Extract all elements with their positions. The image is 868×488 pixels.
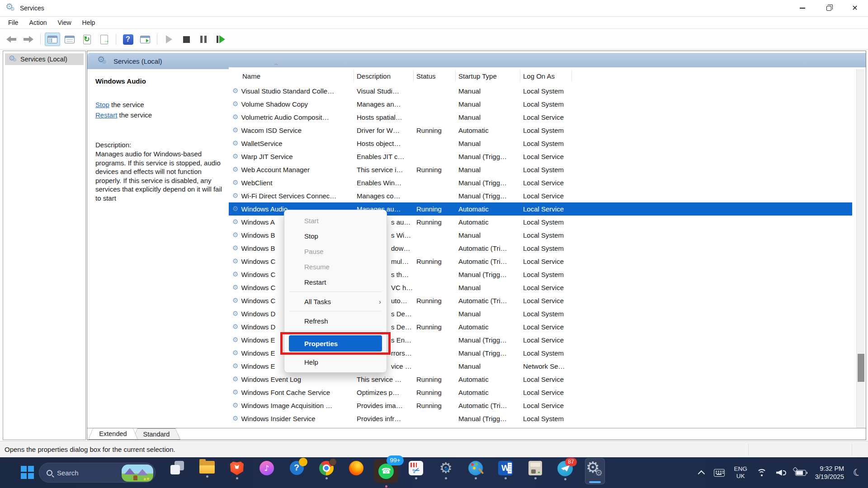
taskbar-icon-get-help[interactable]: ? <box>287 458 307 479</box>
menu-action[interactable]: Action <box>24 18 52 28</box>
service-logon-cell: Local System <box>520 349 572 357</box>
service-row[interactable]: ⚙Windows Font Cache ServiceOptimizes p…R… <box>229 386 852 399</box>
service-name: Windows D <box>241 310 275 318</box>
taskbar-icon-brave[interactable] <box>227 458 247 479</box>
start-service-button[interactable] <box>161 33 177 46</box>
restart-service-link[interactable]: Restart <box>95 111 117 119</box>
service-row[interactable]: ⚙WebClientEnables Win…Manual (Trigg…Loca… <box>229 176 852 189</box>
service-row[interactable]: ⚙Windows Insider ServiceProvides infr…Ma… <box>229 412 852 425</box>
taskbar-icon-word[interactable]: W <box>495 458 515 479</box>
menu-file[interactable]: File <box>3 18 24 28</box>
context-menu-item-properties[interactable]: Properties <box>289 335 382 352</box>
service-row[interactable]: ⚙Wi-Fi Direct Services Connec…Manages co… <box>229 189 852 202</box>
taskbar-icon-paint[interactable] <box>466 458 486 479</box>
stop-service-link[interactable]: Stop <box>95 101 109 108</box>
clock[interactable]: 9:32 PM3/19/2025 <box>815 465 844 481</box>
service-row[interactable]: ⚙WalletServiceHosts object…ManualLocal S… <box>229 137 852 150</box>
pause-service-button[interactable] <box>196 33 211 46</box>
taskbar-icons: ♪?☎99+✂⚙W87⚙⚙ <box>167 458 605 488</box>
close-button[interactable]: ✕ <box>842 0 868 16</box>
service-gear-icon: ⚙ <box>232 232 238 239</box>
properties-button[interactable] <box>62 33 77 46</box>
service-gear-icon: ⚙ <box>232 219 238 225</box>
show-action-pane-button[interactable] <box>137 33 153 46</box>
taskbar-icon-chrome[interactable] <box>316 458 336 479</box>
taskbar-icon-itunes[interactable]: ♪ <box>257 458 277 479</box>
service-row[interactable]: ⚙Volumetric Audio Composit…Hosts spatial… <box>229 111 852 124</box>
vertical-scrollbar[interactable] <box>856 69 865 435</box>
service-row[interactable]: ⚙Visual Studio Standard Colle…Visual Stu… <box>229 84 852 98</box>
minimize-button[interactable] <box>789 0 816 16</box>
tray-overflow-chevron-icon[interactable] <box>698 470 705 477</box>
wifi-icon[interactable] <box>756 469 767 477</box>
taskbar-icon-whatsapp[interactable]: ☎99+ <box>376 458 396 488</box>
service-row[interactable]: ⚙Web Account ManagerThis service i…Runni… <box>229 163 852 176</box>
menu-view[interactable]: View <box>52 18 76 28</box>
running-app-dot <box>206 475 208 478</box>
search-box[interactable]: Search <box>39 463 156 483</box>
volume-icon[interactable] <box>776 470 786 476</box>
service-logon-cell: Local Service <box>520 205 572 213</box>
service-logon-cell: Local Service <box>520 336 572 344</box>
service-logon-cell: Local System <box>520 218 572 226</box>
back-button[interactable] <box>4 33 19 46</box>
search-highlight-image[interactable] <box>122 465 153 482</box>
scrollbar-thumb[interactable] <box>858 354 864 382</box>
service-description-text: Hosts object… <box>357 140 401 147</box>
service-row[interactable]: ⚙Wacom ISD ServiceDriver for W…RunningAu… <box>229 124 852 137</box>
service-logon-cell: Local Service <box>520 389 572 396</box>
taskbar-icon-firefox[interactable] <box>346 458 366 479</box>
context-menu-item-refresh[interactable]: Refresh <box>284 313 387 328</box>
restore-button[interactable] <box>816 0 842 16</box>
tab-standard[interactable]: Standard <box>132 428 180 440</box>
restart-service-button[interactable] <box>213 33 228 46</box>
service-row[interactable]: ⚙Warp JIT ServiceEnables JIT c…Manual (T… <box>229 150 852 163</box>
service-row[interactable]: ⚙Windows Image Acquisition …Provides ima… <box>229 399 852 412</box>
column-header-name[interactable]: Name <box>229 68 354 84</box>
start-button[interactable] <box>21 466 34 479</box>
service-description-cell: Provides infr… <box>354 415 414 422</box>
column-resize-handle[interactable] <box>571 70 572 82</box>
service-logon-cell: Local Service <box>520 113 572 121</box>
taskbar-icon-printer[interactable] <box>525 458 545 479</box>
stop-service-button[interactable] <box>179 33 194 46</box>
search-placeholder: Search <box>57 469 79 477</box>
taskbar-icon-services[interactable]: ⚙⚙ <box>585 458 605 484</box>
night-light-icon[interactable]: ☾ <box>852 466 863 479</box>
service-gear-icon: ⚙ <box>232 179 238 186</box>
menu-help[interactable]: Help <box>77 18 101 28</box>
service-row[interactable]: ⚙Windows Event LogThis service …RunningA… <box>229 373 852 386</box>
show-console-tree-button[interactable] <box>45 33 60 46</box>
battery-icon[interactable] <box>795 470 806 476</box>
context-menu-properties-wrapper: Properties <box>284 333 387 354</box>
taskbar-icon-task-view[interactable] <box>167 458 187 479</box>
service-gear-icon: ⚙ <box>232 101 238 108</box>
service-name: Windows E <box>241 349 275 357</box>
taskbar-icon-settings[interactable]: ⚙ <box>436 458 456 479</box>
tree-item-services-local[interactable]: ⚙⚙ Services (Local) <box>5 53 84 65</box>
help-button[interactable]: ? <box>120 33 136 46</box>
service-startup-cell: Automatic <box>456 323 520 331</box>
column-header-description[interactable]: Description <box>354 68 414 84</box>
forward-button[interactable] <box>21 33 36 46</box>
close-icon: ✕ <box>852 5 858 12</box>
column-header-status[interactable]: Status <box>414 68 456 84</box>
column-header-startup-type[interactable]: Startup Type <box>456 68 520 84</box>
refresh-button[interactable]: ↻ <box>79 33 94 46</box>
tab-extended[interactable]: Extended <box>88 428 138 440</box>
taskbar-icon-file-explorer[interactable] <box>197 458 217 478</box>
language-indicator[interactable]: ENGUK <box>734 465 747 480</box>
touch-keyboard-icon[interactable] <box>714 469 725 477</box>
context-menu-item-restart[interactable]: Restart <box>284 274 387 290</box>
taskbar-icon-telegram[interactable]: 87 <box>555 458 575 480</box>
service-row[interactable]: ⚙Volume Shadow CopyManages an…ManualLoca… <box>229 98 852 111</box>
context-menu-item-all-tasks[interactable]: All Tasks› <box>284 294 387 309</box>
context-menu-item-stop[interactable]: Stop <box>284 228 387 244</box>
context-menu-item-help[interactable]: Help <box>284 354 387 370</box>
taskbar-icon-snipping-tool[interactable]: ✂ <box>406 458 426 479</box>
service-name-cell: ⚙Visual Studio Standard Colle… <box>229 87 354 95</box>
service-logon-cell: Local Service <box>520 375 572 383</box>
column-header-log-on-as[interactable]: Log On As <box>520 68 572 84</box>
service-name-cell: ⚙Wacom ISD Service <box>229 127 354 134</box>
export-list-button[interactable]: → <box>96 33 112 46</box>
